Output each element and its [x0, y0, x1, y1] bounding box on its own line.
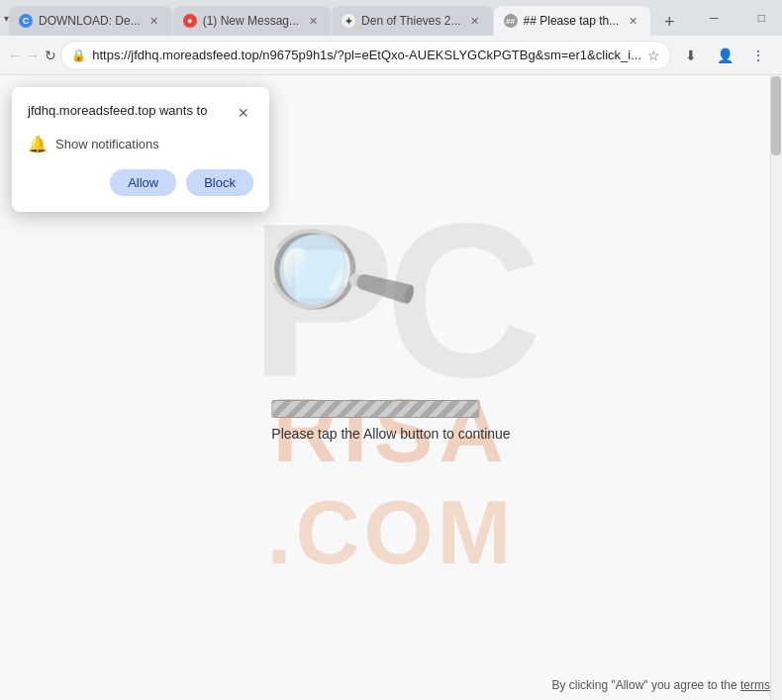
progress-bar	[271, 400, 479, 418]
back-button[interactable]: ←	[8, 40, 22, 71]
tab-download[interactable]: C DOWNLOAD: De... ✕	[9, 6, 172, 36]
popup-title: jfdhq.moreadsfeed.top wants to	[28, 103, 207, 120]
pc-watermark: PC	[249, 192, 533, 410]
progress-section: Please tap the Allow button to continue	[271, 400, 510, 442]
tab-messages-favicon: ●	[183, 14, 197, 28]
download-button[interactable]: ⬇	[675, 40, 707, 71]
popup-close-button[interactable]: ✕	[234, 103, 253, 123]
tab-den-label: Den of Thieves 2...	[361, 14, 461, 28]
toolbar-right: ⬇ 👤 ⋮	[675, 40, 774, 71]
bookmark-icon[interactable]: ☆	[647, 48, 660, 63]
toolbar: ← → ↻ 🔒 https://jfdhq.moreadsfeed.top/n9…	[0, 36, 782, 75]
tab-download-close[interactable]: ✕	[147, 13, 162, 29]
tab-strip: C DOWNLOAD: De... ✕ ● (1) New Messag... …	[9, 0, 683, 36]
footer-note: By clicking "Allow" you agree to the ter…	[551, 678, 770, 692]
allow-button[interactable]: Allow	[110, 169, 176, 196]
scrollbar[interactable]	[770, 75, 782, 700]
omnibox[interactable]: 🔒 https://jfdhq.moreadsfeed.top/n9675p9h…	[60, 41, 671, 70]
watermark: 🔍 PC RISA .COM	[249, 192, 533, 584]
security-icon: 🔒	[71, 49, 86, 62]
terms-link[interactable]: terms	[740, 678, 770, 692]
tab-active[interactable]: ## ## Please tap th... ✕	[494, 6, 651, 36]
com-watermark: .COM	[249, 482, 533, 584]
tab-messages-close[interactable]: ✕	[305, 13, 321, 29]
reload-button[interactable]: ↻	[44, 40, 56, 71]
titlebar: ▾ C DOWNLOAD: De... ✕ ● (1) New Messag..…	[0, 0, 782, 36]
tab-den[interactable]: ✦ Den of Thieves 2... ✕	[332, 6, 493, 36]
permission-popup: jfdhq.moreadsfeed.top wants to ✕ 🔔 Show …	[12, 87, 269, 212]
popup-actions: Allow Block	[28, 169, 253, 196]
tab-download-favicon: C	[19, 14, 33, 28]
tab-active-favicon: ##	[504, 14, 518, 28]
menu-button[interactable]: ⋮	[742, 40, 774, 71]
url-display: https://jfdhq.moreadsfeed.top/n9675p9h1s…	[92, 48, 641, 62]
popup-notification-row: 🔔 Show notifications	[28, 135, 253, 153]
tab-den-favicon: ✦	[342, 14, 355, 28]
magnifier-watermark: 🔍	[246, 186, 428, 364]
tab-messages[interactable]: ● (1) New Messag... ✕	[173, 6, 331, 36]
tab-den-close[interactable]: ✕	[467, 13, 483, 29]
popup-header: jfdhq.moreadsfeed.top wants to ✕	[28, 103, 253, 123]
footer-note-text: By clicking "Allow" you agree to the	[551, 678, 736, 692]
scrollbar-thumb[interactable]	[771, 76, 781, 155]
tab-active-label: ## Please tap th...	[524, 14, 620, 28]
new-tab-button[interactable]: +	[655, 8, 683, 36]
bell-icon: 🔔	[28, 135, 48, 153]
forward-button[interactable]: →	[26, 40, 40, 71]
maximize-button[interactable]: □	[738, 0, 782, 36]
block-button[interactable]: Block	[186, 169, 253, 196]
minimize-button[interactable]: ─	[691, 0, 736, 36]
page-body: 🔍 PC RISA .COM Please tap the Allow butt…	[0, 75, 782, 700]
popup-notification-label: Show notifications	[55, 137, 159, 151]
window-controls: ─ □ ✕	[691, 0, 782, 36]
profile-button[interactable]: 👤	[709, 40, 740, 71]
tab-active-close[interactable]: ✕	[625, 13, 640, 29]
tab-download-label: DOWNLOAD: De...	[39, 14, 141, 28]
tab-messages-label: (1) New Messag...	[203, 14, 299, 28]
progress-text: Please tap the Allow button to continue	[271, 426, 510, 442]
